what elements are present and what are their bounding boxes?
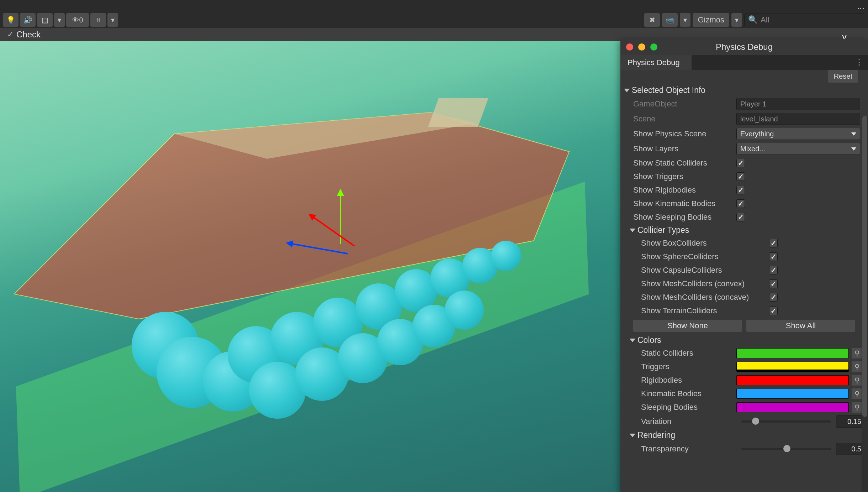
- gizmos-button[interactable]: Gizmos: [693, 13, 729, 27]
- boat-hull-gizmo: [11, 91, 580, 326]
- transparency-slider[interactable]: [741, 448, 831, 450]
- collider-types-header[interactable]: Collider Types: [620, 224, 868, 236]
- window-titlebar[interactable]: Physics Debug: [620, 39, 868, 55]
- triggers-color-swatch[interactable]: [736, 362, 849, 372]
- rigidbodies-row: Show Rigidbodies: [620, 183, 868, 197]
- reset-row: Reset: [620, 70, 868, 83]
- eyedropper-icon[interactable]: ⚲: [852, 348, 862, 358]
- scrollbar[interactable]: [862, 116, 868, 492]
- physics-scene-row: Show Physics Scene Everything: [620, 126, 868, 141]
- show-none-button[interactable]: Show None: [633, 320, 742, 332]
- show-all-button[interactable]: Show All: [746, 320, 855, 332]
- variation-value[interactable]: 0.15: [836, 415, 864, 428]
- eyedropper-icon[interactable]: ⚲: [852, 402, 862, 413]
- sleeping-color-label: Sleeping Bodies: [641, 403, 736, 412]
- layers-dropdown[interactable]: Mixed...: [736, 143, 860, 155]
- physics-scene-dropdown[interactable]: Everything: [736, 128, 860, 140]
- hidden-count-label: 0: [79, 16, 83, 24]
- foldout-triangle-icon: [630, 339, 635, 342]
- rigidbodies-checkbox[interactable]: [736, 186, 745, 194]
- box-checkbox[interactable]: [769, 239, 778, 247]
- sphere-label: Show SphereColliders: [641, 252, 769, 261]
- triggers-row: Show Triggers: [620, 170, 868, 183]
- sleeping-color-swatch[interactable]: [736, 402, 849, 412]
- selected-object-header[interactable]: Selected Object Info: [620, 84, 868, 96]
- more-menu-icon[interactable]: ⋮: [856, 5, 866, 10]
- box-label: Show BoxColliders: [641, 239, 769, 248]
- tab-menu-icon[interactable]: ⋮: [850, 55, 868, 70]
- grid-icon[interactable]: ⌗: [90, 13, 106, 27]
- gizmos-dropdown-icon[interactable]: ▾: [731, 13, 742, 27]
- check-label: Check: [16, 30, 41, 40]
- section-title: Colors: [637, 335, 661, 345]
- search-input[interactable]: 🔍 All: [744, 14, 865, 26]
- sleeping-label: Show Sleeping Bodies: [633, 213, 736, 222]
- dropdown-value: Mixed...: [740, 145, 765, 153]
- triggers-checkbox[interactable]: [736, 172, 745, 181]
- sphere-row: Show SphereColliders: [620, 250, 868, 263]
- kinematic-color-row: Kinematic Bodies⚲: [620, 387, 868, 401]
- capsule-checkbox[interactable]: [769, 266, 778, 274]
- eyedropper-icon[interactable]: ⚲: [852, 375, 862, 386]
- layers-dropdown-icon[interactable]: ▾: [54, 13, 65, 27]
- light-icon[interactable]: 💡: [3, 13, 18, 27]
- window-tabs: Physics Debug ⋮: [620, 55, 868, 70]
- static-colliders-checkbox[interactable]: [736, 159, 745, 167]
- tab-physics-debug[interactable]: Physics Debug: [620, 55, 692, 70]
- rigidbodies-label: Show Rigidbodies: [633, 185, 736, 195]
- transparency-value[interactable]: 0.5: [836, 443, 864, 455]
- scrollbar-thumb[interactable]: [862, 116, 867, 417]
- sphere-checkbox[interactable]: [769, 252, 778, 261]
- rigid-color-label: Rigidbodies: [641, 376, 736, 385]
- grid-dropdown-icon[interactable]: ▾: [107, 13, 118, 27]
- terrain-row: Show TerrainColliders: [620, 304, 868, 318]
- concave-label: Show MeshColliders (concave): [641, 293, 769, 302]
- sleeping-checkbox[interactable]: [736, 213, 745, 221]
- kinematic-checkbox[interactable]: [736, 199, 745, 208]
- section-title: Collider Types: [637, 225, 689, 235]
- variation-slider[interactable]: [741, 420, 831, 423]
- gizmos-label: Gizmos: [698, 15, 724, 25]
- foldout-triangle-icon: [624, 89, 630, 92]
- camera-icon[interactable]: 📹: [662, 13, 678, 27]
- kinematic-color-swatch[interactable]: [736, 389, 849, 399]
- rigid-color-swatch[interactable]: [736, 375, 849, 385]
- convex-row: Show MeshColliders (convex): [620, 277, 868, 291]
- convex-checkbox[interactable]: [769, 279, 778, 288]
- close-icon[interactable]: [626, 43, 633, 51]
- physics-debug-window: Physics Debug Physics Debug ⋮ Reset Sele…: [620, 39, 868, 492]
- static-colliders-row: Show Static Colliders: [620, 156, 868, 170]
- sleeping-color-row: Sleeping Bodies⚲: [620, 401, 868, 414]
- rendering-header[interactable]: Rendering: [620, 429, 868, 441]
- hidden-icon[interactable]: 👁0: [66, 13, 89, 27]
- capsule-label: Show CapsuleColliders: [641, 266, 769, 275]
- rigid-color-row: Rigidbodies⚲: [620, 373, 868, 387]
- svg-rect-2: [428, 98, 488, 127]
- eyedropper-icon[interactable]: ⚲: [852, 361, 862, 372]
- camera-dropdown-icon[interactable]: ▾: [680, 13, 690, 27]
- eyedropper-icon[interactable]: ⚲: [852, 388, 862, 399]
- scene-value: level_Island: [736, 113, 860, 125]
- reset-button[interactable]: Reset: [828, 70, 858, 83]
- concave-checkbox[interactable]: [769, 293, 778, 302]
- tools-icon[interactable]: ✖: [644, 13, 660, 27]
- terrain-checkbox[interactable]: [769, 307, 778, 315]
- scene-toolbar: 💡 🔊 ▤ ▾ 👁0 ⌗ ▾ ✖ 📹 ▾ Gizmos ▾ 🔍 All: [0, 12, 868, 28]
- scene-row: Scene level_Island: [620, 111, 868, 126]
- static-color-swatch[interactable]: [736, 348, 849, 358]
- transparency-row: Transparency 0.5: [620, 441, 868, 456]
- colors-header[interactable]: Colors: [620, 334, 868, 346]
- toolbar-right-group: ✖ 📹 ▾ Gizmos ▾ 🔍 All: [644, 13, 865, 27]
- kinematic-label: Show Kinematic Bodies: [633, 199, 736, 208]
- convex-label: Show MeshColliders (convex): [641, 279, 769, 288]
- search-placeholder: All: [761, 15, 769, 25]
- kinematic-row: Show Kinematic Bodies: [620, 197, 868, 210]
- concave-row: Show MeshColliders (concave): [620, 291, 868, 304]
- audio-icon[interactable]: 🔊: [20, 13, 36, 27]
- zoom-icon[interactable]: [650, 43, 657, 51]
- layers-label: Show Layers: [633, 144, 736, 153]
- minimize-icon[interactable]: [638, 43, 645, 51]
- static-color-label: Static Colliders: [641, 349, 736, 358]
- capsule-row: Show CapsuleColliders: [620, 263, 868, 277]
- layers-icon[interactable]: ▤: [37, 13, 53, 27]
